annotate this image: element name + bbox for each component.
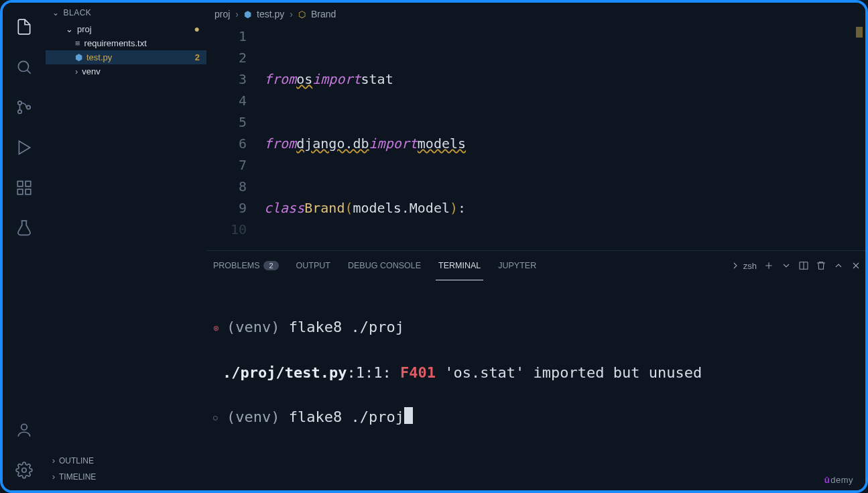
outline-section[interactable]: › OUTLINE xyxy=(46,453,206,469)
error-bullet-icon: ⊗ xyxy=(213,317,223,339)
terminal-cursor xyxy=(404,407,413,424)
line-gutter: 1 2 3 4 5 6 7 8 9 10 xyxy=(206,25,264,250)
svg-rect-6 xyxy=(17,189,23,195)
chevron-down-icon: ⌄ xyxy=(66,24,73,34)
settings-gear-icon[interactable] xyxy=(8,454,40,486)
class-symbol-icon: ⬡ xyxy=(298,9,306,19)
main-area: proj › ⬢ test.py › ⬡ Brand 1 2 3 4 5 6 7… xyxy=(206,3,865,490)
problem-count-badge: 2 xyxy=(195,52,200,62)
search-icon[interactable] xyxy=(8,51,40,83)
svg-point-0 xyxy=(18,61,28,71)
tab-jupyter[interactable]: JUPYTER xyxy=(495,261,539,270)
source-control-icon[interactable] xyxy=(8,91,40,123)
tab-problems[interactable]: PROBLEMS 2 xyxy=(210,261,282,270)
panel-tabs: PROBLEMS 2 OUTPUT DEBUG CONSOLE TERMINAL… xyxy=(206,251,865,280)
code-content[interactable]: from os import stat from django.db impor… xyxy=(264,25,865,250)
timeline-label: TIMELINE xyxy=(59,472,96,482)
tab-terminal[interactable]: TERMINAL xyxy=(436,251,483,280)
svg-point-3 xyxy=(27,105,30,109)
python-file-icon: ⬢ xyxy=(244,9,251,19)
folder-label: proj xyxy=(77,24,92,34)
new-terminal-button[interactable] xyxy=(763,260,774,271)
text-file-icon: ≡ xyxy=(75,38,80,48)
modified-dot-icon: ● xyxy=(194,23,200,34)
minimap-warning-marker xyxy=(856,27,863,38)
close-panel-button[interactable] xyxy=(851,260,861,271)
run-debug-icon[interactable] xyxy=(8,131,40,164)
tab-debug-console[interactable]: DEBUG CONSOLE xyxy=(345,261,424,270)
file-label: test.py xyxy=(86,52,112,62)
breadcrumb-file: test.py xyxy=(257,9,284,19)
testing-icon[interactable] xyxy=(8,212,40,244)
chevron-right-icon: › xyxy=(52,472,55,482)
kill-terminal-button[interactable] xyxy=(816,260,826,271)
prompt-bullet-icon: ○ xyxy=(213,406,223,429)
svg-point-2 xyxy=(18,110,21,113)
explorer-sidebar: ⌄ BLACK ⌄ proj ● ≡ requirements.txt ⬢ te… xyxy=(46,3,206,490)
file-test-py[interactable]: ⬢ test.py 2 xyxy=(46,50,206,64)
breadcrumb-folder: proj xyxy=(214,9,230,19)
breadcrumb[interactable]: proj › ⬢ test.py › ⬡ Brand xyxy=(206,3,865,25)
problems-badge: 2 xyxy=(263,261,278,270)
section-title: BLACK xyxy=(64,8,92,17)
split-terminal-button[interactable] xyxy=(798,260,809,271)
breadcrumb-sep-icon: › xyxy=(290,9,293,19)
explorer-icon[interactable] xyxy=(8,11,40,43)
tab-output[interactable]: OUTPUT xyxy=(294,261,333,270)
folder-label: venv xyxy=(82,66,100,76)
terminal-dropdown-icon[interactable] xyxy=(781,260,792,271)
explorer-section-header[interactable]: ⌄ BLACK xyxy=(46,3,206,21)
python-file-icon: ⬢ xyxy=(75,52,82,62)
terminal-shell-selector[interactable]: zsh xyxy=(730,260,757,271)
account-icon[interactable] xyxy=(8,414,40,446)
activity-bar xyxy=(3,3,46,490)
extensions-icon[interactable] xyxy=(8,172,40,204)
folder-proj[interactable]: ⌄ proj ● xyxy=(46,21,206,36)
chevron-right-icon: › xyxy=(52,456,55,465)
svg-point-9 xyxy=(22,468,27,473)
file-label: requirements.txt xyxy=(84,38,147,48)
maximize-panel-button[interactable] xyxy=(833,260,844,271)
folder-venv[interactable]: › venv xyxy=(46,64,206,78)
file-requirements[interactable]: ≡ requirements.txt xyxy=(46,36,206,50)
terminal-output[interactable]: ⊗(venv) flake8 ./proj ./proj/test.py:1:1… xyxy=(206,280,865,490)
timeline-section[interactable]: › TIMELINE xyxy=(46,469,206,485)
svg-point-1 xyxy=(18,101,21,105)
udemy-watermark: demy xyxy=(824,475,853,485)
chevron-right-icon: › xyxy=(75,66,78,76)
breadcrumb-symbol: Brand xyxy=(311,9,336,19)
chevron-down-icon: ⌄ xyxy=(52,8,60,17)
bottom-panel: PROBLEMS 2 OUTPUT DEBUG CONSOLE TERMINAL… xyxy=(206,250,865,490)
svg-rect-4 xyxy=(17,181,23,186)
breadcrumb-sep-icon: › xyxy=(235,9,239,19)
svg-rect-5 xyxy=(25,181,31,186)
svg-point-8 xyxy=(21,424,27,430)
code-editor[interactable]: 1 2 3 4 5 6 7 8 9 10 from os import stat… xyxy=(206,25,865,250)
svg-rect-7 xyxy=(25,189,31,195)
outline-label: OUTLINE xyxy=(59,456,94,465)
